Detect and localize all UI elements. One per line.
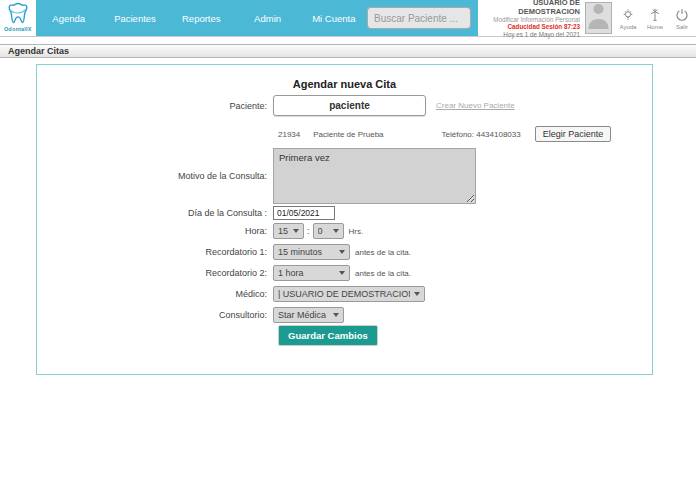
- nav-item-agenda[interactable]: Agenda: [36, 13, 102, 24]
- paciente-label: Paciente:: [37, 101, 273, 111]
- search-patient-input[interactable]: [367, 7, 471, 29]
- user-name-line1: USUARIO DE: [478, 0, 580, 7]
- brand-logo[interactable]: OdontalIX: [0, 0, 36, 36]
- top-header: OdontalIX Agenda Pacientes Reportes Admi…: [0, 0, 696, 37]
- app-window: OdontalIX Agenda Pacientes Reportes Admi…: [0, 0, 696, 482]
- chevron-down-icon: [339, 271, 345, 275]
- hora-mm-value: 0: [318, 226, 323, 236]
- form-title: Agendar nueva Cita: [37, 78, 652, 90]
- medico-row: Médico: | USUARIO DE DEMOSTRACION: [37, 286, 425, 302]
- session-timeout-text: Caducidad Sesión 87:23: [478, 23, 580, 31]
- help-button-label: Ayuda: [620, 24, 637, 30]
- home-button-label: Home: [647, 24, 663, 30]
- breadcrumb: Agendar Citas: [0, 44, 696, 58]
- paciente-input[interactable]: [273, 95, 426, 116]
- chevron-down-icon: [414, 292, 420, 296]
- user-info-block: USUARIO DE DEMOSTRACION Modificar Inform…: [478, 0, 580, 38]
- help-button[interactable]: Ayuda: [617, 7, 639, 30]
- hora-mm-select[interactable]: 0: [313, 223, 344, 239]
- dia-row: Día de la Consulta :: [37, 206, 335, 220]
- consultorio-row: Consultorio: Star Médica: [37, 307, 344, 323]
- recordatorio1-select[interactable]: 15 minutos: [273, 244, 350, 260]
- consultorio-select[interactable]: Star Médica: [273, 307, 344, 323]
- motivo-row: Motivo de la Consulta: Primera vez: [37, 148, 476, 204]
- chevron-down-icon: [339, 250, 345, 254]
- patient-name: Paciente de Prueba: [313, 130, 383, 139]
- guardar-cambios-button[interactable]: Guardar Cambios: [278, 325, 378, 346]
- consultorio-label: Consultorio:: [37, 310, 273, 320]
- patient-id: 21934: [278, 130, 300, 139]
- current-date-text: Hoy es 1 de Mayo del 2021: [478, 31, 580, 39]
- recordatorio2-value: 1 hora: [278, 268, 304, 278]
- chevron-down-icon: [293, 229, 299, 233]
- hora-hh-value: 15: [278, 226, 288, 236]
- recordatorio2-suffix: antes de la cita.: [355, 269, 411, 278]
- appointment-form-panel: Agendar nueva Cita Paciente: Crear Nuevo…: [36, 64, 653, 375]
- dia-label: Día de la Consulta :: [37, 208, 273, 218]
- chevron-down-icon: [333, 313, 339, 317]
- brand-name: OdontalIX: [4, 26, 32, 32]
- fecha-consulta-input[interactable]: [273, 206, 335, 220]
- logout-button-label: Salir: [676, 24, 688, 30]
- patient-phone: Teléfono: 4434108033: [442, 130, 521, 139]
- consultorio-value: Star Médica: [278, 310, 326, 320]
- home-icon: [647, 7, 663, 23]
- patient-info-row: 21934 Paciente de Prueba Teléfono: 44341…: [278, 126, 611, 142]
- crear-nuevo-paciente-link[interactable]: Crear Nuevo Paciente: [436, 101, 515, 110]
- medico-value: | USUARIO DE DEMOSTRACION: [278, 289, 410, 299]
- chevron-down-icon: [333, 229, 339, 233]
- recordatorio2-select[interactable]: 1 hora: [273, 265, 350, 281]
- medico-select[interactable]: | USUARIO DE DEMOSTRACION: [273, 286, 425, 302]
- nav-item-pacientes[interactable]: Pacientes: [102, 13, 168, 24]
- user-name-line2: DEMOSTRACION: [478, 7, 580, 16]
- logout-button[interactable]: Salir: [671, 7, 693, 30]
- tooth-icon: [6, 1, 30, 27]
- home-button[interactable]: Home: [644, 7, 666, 30]
- power-icon: [674, 7, 690, 23]
- lightbulb-icon: [620, 7, 636, 23]
- hora-row: Hora: 15 : 0 Hrs.: [37, 223, 363, 239]
- hrs-suffix: Hrs.: [349, 227, 364, 236]
- recordatorio1-row: Recordatorio 1: 15 minutos antes de la c…: [37, 244, 411, 260]
- recordatorio1-value: 15 minutos: [278, 247, 322, 257]
- medico-label: Médico:: [37, 289, 273, 299]
- recordatorio2-label: Recordatorio 2:: [37, 268, 273, 278]
- user-area: USUARIO DE DEMOSTRACION Modificar Inform…: [478, 0, 696, 36]
- nav-item-mi-cuenta[interactable]: Mi Cuenta: [301, 13, 367, 24]
- elegir-paciente-button[interactable]: Elegir Paciente: [535, 126, 612, 142]
- paciente-row: Paciente: Crear Nuevo Paciente: [37, 95, 515, 116]
- hora-hh-select[interactable]: 15: [273, 223, 304, 239]
- modify-personal-info-link[interactable]: Modificar Información Personal: [478, 16, 580, 24]
- hora-colon: :: [307, 226, 310, 236]
- nav-item-reportes[interactable]: Reportes: [168, 13, 234, 24]
- recordatorio1-suffix: antes de la cita.: [355, 248, 411, 257]
- motivo-label: Motivo de la Consulta:: [37, 171, 273, 181]
- user-avatar[interactable]: [585, 2, 612, 34]
- recordatorio1-label: Recordatorio 1:: [37, 247, 273, 257]
- main-nav: Agenda Pacientes Reportes Admin Mi Cuent…: [36, 0, 478, 36]
- nav-item-admin[interactable]: Admin: [234, 13, 300, 24]
- motivo-textarea[interactable]: Primera vez: [273, 148, 476, 204]
- recordatorio2-row: Recordatorio 2: 1 hora antes de la cita.: [37, 265, 411, 281]
- hora-label: Hora:: [37, 226, 273, 236]
- save-row: Guardar Cambios: [278, 325, 378, 346]
- person-silhouette-icon: [586, 2, 611, 33]
